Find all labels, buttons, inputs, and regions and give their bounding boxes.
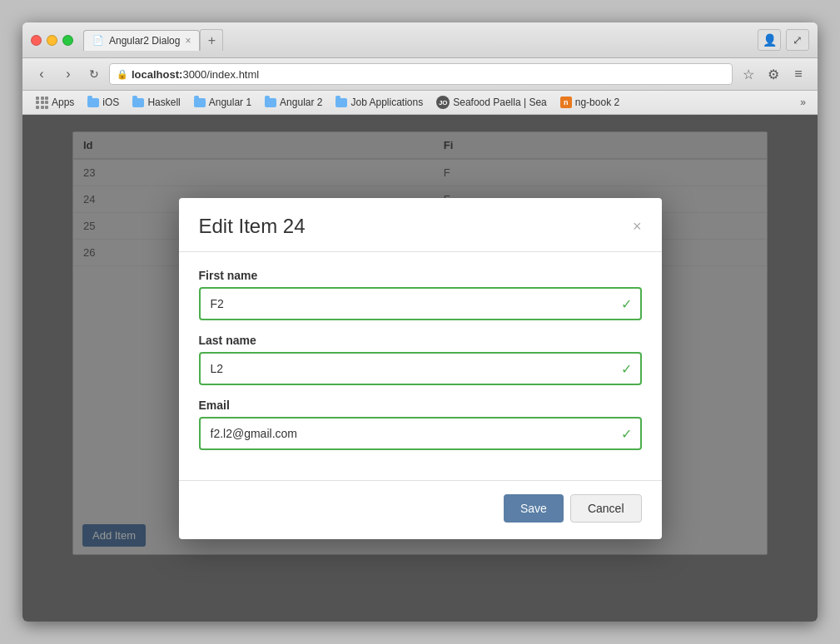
last-name-label: Last name [199, 334, 642, 347]
new-tab-button[interactable]: + [200, 29, 223, 51]
maximize-button[interactable] [62, 35, 73, 46]
bookmark-folder-icon [87, 98, 99, 107]
email-check-icon: ✓ [621, 425, 632, 441]
back-button[interactable]: ‹ [31, 63, 52, 85]
modal-overlay: Edit Item 24 × First name ✓ [22, 115, 818, 622]
tab-close-icon[interactable]: × [185, 35, 191, 47]
bookmark-ios[interactable]: iOS [82, 95, 124, 110]
bookmark-star-button[interactable]: ☆ [738, 63, 759, 85]
toolbar: ‹ › ↻ 🔒 localhost:3000/index.html ☆ ⚙ ≡ [22, 58, 818, 91]
email-input[interactable] [199, 417, 642, 450]
menu-button[interactable]: ≡ [788, 63, 809, 85]
last-name-check-icon: ✓ [621, 360, 632, 376]
bookmark-ngbook2-label: ng-book 2 [575, 97, 619, 108]
email-label: Email [199, 399, 642, 412]
bookmark-angular1[interactable]: Angular 1 [189, 95, 256, 110]
close-button[interactable] [31, 35, 42, 46]
bookmark-ios-label: iOS [102, 97, 119, 108]
last-name-input[interactable] [199, 352, 642, 385]
bookmark-apps-label: Apps [52, 97, 74, 108]
edit-dialog: Edit Item 24 × First name ✓ [179, 198, 662, 539]
browser-window: 📄 Angular2 Dialog × + 👤 ⤢ ‹ › ↻ 🔒 localh… [22, 22, 818, 622]
page-content: Id Fi 23 F 24 F 25 F [22, 115, 818, 622]
modal-title: Edit Item 24 [199, 215, 306, 238]
active-tab[interactable]: 📄 Angular2 Dialog × [83, 30, 200, 51]
bookmark-angular1-label: Angular 1 [209, 97, 251, 108]
title-bar: 📄 Angular2 Dialog × + 👤 ⤢ [22, 22, 818, 58]
settings-button[interactable]: ⚙ [763, 63, 784, 85]
bookmark-seafood-avatar: JO [436, 96, 450, 109]
apps-grid-icon [36, 97, 48, 109]
window-actions: 👤 ⤢ [758, 29, 809, 51]
bookmark-angular1-folder-icon [194, 98, 206, 107]
bookmark-haskell[interactable]: Haskell [127, 95, 185, 110]
bookmark-angular2-folder-icon [265, 98, 276, 107]
first-name-input-wrapper: ✓ [199, 287, 642, 320]
bookmark-job-applications[interactable]: Job Applications [331, 95, 428, 110]
bookmarks-bar: Apps iOS Haskell Angular 1 Angular 2 [22, 91, 818, 115]
address-host: localhost:3000/index.html [132, 68, 259, 81]
tab-title: Angular2 Dialog [109, 35, 180, 47]
bookmark-jobapps-folder-icon [336, 98, 347, 107]
more-bookmarks-button[interactable]: » [797, 95, 809, 110]
bookmark-ngbook2-favicon: n [560, 97, 572, 108]
window-controls [31, 35, 73, 46]
tab-bar: 📄 Angular2 Dialog × + [83, 29, 749, 51]
bookmark-haskell-folder-icon [132, 98, 144, 107]
bookmark-angular2[interactable]: Angular 2 [260, 95, 327, 110]
fullscreen-icon[interactable]: ⤢ [786, 29, 809, 51]
last-name-group: Last name ✓ [199, 334, 642, 385]
first-name-label: First name [199, 269, 642, 282]
email-group: Email ✓ [199, 399, 642, 450]
minimize-button[interactable] [47, 35, 57, 46]
modal-footer: Save Cancel [179, 480, 662, 539]
address-text: localhost:3000/index.html [132, 68, 259, 81]
modal-header: Edit Item 24 × [179, 198, 662, 252]
tab-favicon-icon: 📄 [92, 35, 104, 46]
forward-button[interactable]: › [57, 63, 79, 85]
bookmark-seafood[interactable]: JO Seafood Paella | Sea [431, 94, 552, 111]
last-name-input-wrapper: ✓ [199, 352, 642, 385]
bookmark-angular2-label: Angular 2 [280, 97, 322, 108]
refresh-button[interactable]: ↻ [84, 64, 104, 84]
first-name-check-icon: ✓ [621, 295, 632, 311]
first-name-group: First name ✓ [199, 269, 642, 320]
email-input-wrapper: ✓ [199, 417, 642, 450]
modal-close-button[interactable]: × [633, 219, 642, 234]
address-bar[interactable]: 🔒 localhost:3000/index.html [109, 63, 733, 85]
bookmark-haskell-label: Haskell [147, 97, 180, 108]
bookmark-jobapps-label: Job Applications [350, 97, 423, 108]
address-lock-icon: 🔒 [117, 69, 128, 80]
cancel-button[interactable]: Cancel [570, 494, 642, 523]
bookmark-apps[interactable]: Apps [31, 95, 79, 111]
person-icon[interactable]: 👤 [758, 29, 781, 51]
bookmark-ngbook2[interactable]: n ng-book 2 [555, 95, 624, 110]
toolbar-actions: ☆ ⚙ ≡ [738, 63, 809, 85]
save-button[interactable]: Save [504, 494, 564, 523]
modal-body: First name ✓ Last name ✓ [179, 252, 662, 480]
bookmark-seafood-label: Seafood Paella | Sea [453, 97, 547, 108]
first-name-input[interactable] [199, 287, 642, 320]
